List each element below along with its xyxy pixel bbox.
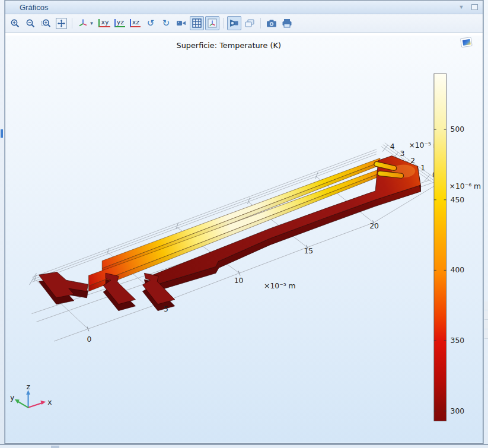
colorbar-tick-300: 300 (451, 407, 465, 415)
rotate-cw-button[interactable]: ↻ (159, 16, 173, 30)
colorbar-tick-400: 400 (451, 266, 465, 274)
rotate-cw-icon: ↻ (162, 19, 170, 28)
colorbar-gradient (434, 74, 446, 421)
toolbar-separator (223, 18, 224, 28)
colorbar-tick-450: 450 (451, 196, 465, 204)
x-tick-20: 20 (369, 222, 379, 230)
triad-y-label: y (10, 393, 14, 402)
left-panel-sliver (0, 0, 5, 444)
colorbar-tick-350: 350 (451, 336, 465, 345)
toolbar-separator (260, 18, 261, 28)
x-tick-5: 5 (164, 305, 168, 313)
default-3d-view-button[interactable]: ▼ (76, 16, 96, 30)
zoom-out-icon (25, 18, 36, 28)
graphics-toolbar: ▼ xy yz xz ↺ ↻ (5, 14, 483, 33)
y-tick-1: 1 (420, 164, 425, 172)
plot-title: Superficie: Temperature (K) (177, 41, 282, 50)
left-panel-selection-mark (1, 129, 3, 138)
axes-orientation-button[interactable] (205, 16, 219, 30)
printer-icon (282, 18, 292, 28)
default-3d-view-icon (78, 18, 88, 28)
y-tick-4: 4 (390, 142, 395, 151)
view-xz-button[interactable]: xz (128, 16, 142, 30)
transparency-icon (244, 18, 255, 28)
rotate-ccw-button[interactable]: ↺ (143, 16, 158, 30)
scene-light-button[interactable] (227, 16, 241, 30)
view-xy-label: xy (98, 19, 110, 27)
graphics-window-titlebar[interactable]: Gráficos ▼ (5, 1, 483, 14)
right-panel-sliver (483, 0, 488, 448)
zoom-in-icon (10, 18, 20, 28)
triad-x-label: x (47, 398, 52, 406)
z-axis-unit: ×10⁻⁶ m (449, 182, 481, 190)
y-tick-2: 2 (410, 157, 415, 165)
snapshot-button[interactable] (264, 16, 279, 30)
x-tick-15: 15 (304, 247, 313, 255)
print-button[interactable] (280, 16, 294, 30)
window-menu-caret-icon[interactable]: ▼ (457, 3, 466, 11)
transparency-button[interactable] (243, 16, 257, 30)
movie-icon (176, 19, 187, 27)
window-float-icon[interactable] (470, 3, 479, 11)
chevron-down-icon: ▼ (90, 21, 94, 26)
view-xz-label: xz (130, 19, 141, 27)
slot-front (380, 173, 401, 176)
bottom-panel-edge (0, 444, 488, 448)
y-tick-3: 3 (400, 150, 405, 158)
plot-scene[interactable]: 0 5 10 15 20 ×10⁻⁵ m 4 3 2 1 0 ×10⁻⁵ m ×… (5, 33, 483, 445)
x-axis-unit: ×10⁻⁵ m (264, 282, 296, 290)
view-yz-label: yz (114, 19, 125, 27)
graphics-canvas[interactable]: 0 5 10 15 20 ×10⁻⁵ m 4 3 2 1 0 ×10⁻⁵ m ×… (5, 33, 483, 443)
x-tick-10: 10 (234, 277, 244, 285)
axes-orientation-icon (208, 18, 217, 28)
grid-icon (192, 18, 202, 28)
plot-thumbnail-icon[interactable] (461, 37, 473, 47)
zoom-in-button[interactable] (8, 16, 22, 30)
toolbar-separator (72, 18, 72, 28)
zoom-extents-button[interactable] (54, 16, 68, 30)
zoom-box-button[interactable] (39, 16, 53, 30)
triad-z-label: z (27, 383, 30, 391)
zoom-extents-icon (56, 18, 67, 29)
movie-button[interactable] (174, 16, 189, 30)
rotate-ccw-icon: ↺ (147, 19, 155, 28)
graphics-window: Gráficos ▼ (5, 0, 483, 444)
colorbar-tick-500: 500 (451, 125, 465, 134)
scene-light-icon (229, 18, 240, 28)
view-yz-button[interactable]: yz (113, 16, 127, 30)
x-tick-0: 0 (87, 335, 91, 344)
grid-button[interactable] (190, 16, 204, 30)
window-title: Gráficos (20, 3, 48, 12)
view-xy-button[interactable]: xy (97, 16, 111, 30)
camera-icon (266, 19, 277, 28)
zoom-out-button[interactable] (23, 16, 37, 30)
zoom-box-icon (40, 18, 51, 28)
